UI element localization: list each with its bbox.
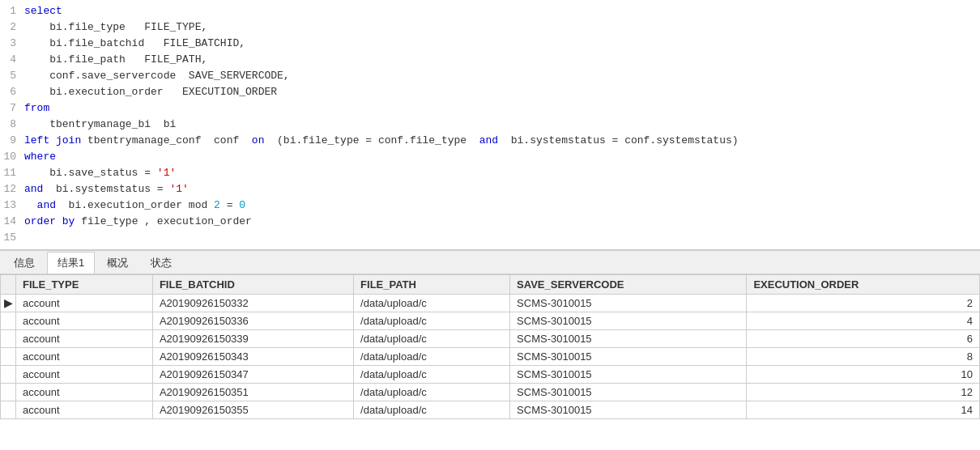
code-line: 10where [0,149,980,165]
column-header-indicator [1,275,16,295]
line-number: 2 [0,19,24,36]
table-row[interactable]: accountA20190926150355/data/upload/cSCMS… [1,401,980,419]
table-cell: account [16,295,153,312]
table-cell: /data/upload/c [354,330,510,348]
line-content: bi.save_status = '1' [24,165,176,181]
line-content: from [24,100,49,117]
cell-execution-order: 2 [747,295,980,312]
table-cell: A20190926150351 [152,384,353,401]
table-cell: SCMS-3010015 [510,348,747,366]
line-content: bi.execution_order EXECUTION_ORDER [24,84,277,100]
code-line: 1select [0,3,980,19]
code-line: 9left join tbentrymanage_conf conf on (b… [0,133,980,149]
table-cell: account [16,366,153,384]
row-indicator [1,312,16,330]
cell-execution-order: 12 [747,384,980,401]
line-number: 13 [0,197,24,214]
cell-execution-order: 14 [747,401,980,419]
table-row[interactable]: accountA20190926150339/data/upload/cSCMS… [1,330,980,348]
line-number: 8 [0,117,24,133]
code-line: 3 bi.file_batchid FILE_BATCHID, [0,36,980,52]
table-cell: /data/upload/c [354,384,510,401]
line-number: 1 [0,3,24,19]
tabs-bar: 信息结果1概况状态 [0,250,980,274]
table-cell: /data/upload/c [354,348,510,366]
line-content: order by file_type , execution_order [24,214,252,230]
tab-信息[interactable]: 信息 [3,252,45,274]
line-content: tbentrymanage_bi bi [24,117,176,133]
editor-area: 1select2 bi.file_type FILE_TYPE,3 bi.fil… [0,0,980,250]
table-cell: account [16,348,153,366]
code-line: 14order by file_type , execution_order [0,214,980,230]
code-line: 13 and bi.execution_order mod 2 = 0 [0,197,980,214]
line-number: 6 [0,84,24,100]
table-cell: account [16,401,153,419]
results-area: FILE_TYPEFILE_BATCHIDFILE_PATHSAVE_SERVE… [0,274,980,419]
table-cell: SCMS-3010015 [510,295,747,312]
table-cell: A20190926150343 [152,348,353,366]
row-indicator: ▶ [1,295,16,312]
table-row[interactable]: accountA20190926150351/data/upload/cSCMS… [1,384,980,401]
code-line: 12and bi.systemstatus = '1' [0,181,980,197]
table-cell: A20190926150355 [152,401,353,419]
table-row[interactable]: accountA20190926150343/data/upload/cSCMS… [1,348,980,366]
results-table: FILE_TYPEFILE_BATCHIDFILE_PATHSAVE_SERVE… [0,274,980,419]
line-number: 9 [0,133,24,149]
table-cell: A20190926150336 [152,312,353,330]
cell-execution-order: 10 [747,366,980,384]
table-cell: /data/upload/c [354,401,510,419]
code-line: 2 bi.file_type FILE_TYPE, [0,19,980,36]
table-cell: /data/upload/c [354,295,510,312]
code-line: 4 bi.file_path FILE_PATH, [0,52,980,68]
table-cell: A20190926150339 [152,330,353,348]
code-block: 1select2 bi.file_type FILE_TYPE,3 bi.fil… [0,0,980,249]
line-number: 10 [0,149,24,165]
line-number: 15 [0,230,24,246]
row-indicator [1,330,16,348]
line-content: and bi.execution_order mod 2 = 0 [24,197,245,214]
tab-概况[interactable]: 概况 [96,252,138,274]
table-row[interactable]: accountA20190926150347/data/upload/cSCMS… [1,366,980,384]
row-indicator [1,348,16,366]
table-cell: SCMS-3010015 [510,312,747,330]
tab-结果1[interactable]: 结果1 [47,252,95,274]
line-number: 14 [0,214,24,230]
line-number: 7 [0,100,24,117]
line-content: bi.file_type FILE_TYPE, [24,19,207,36]
line-number: 5 [0,68,24,84]
line-content: select [24,3,62,19]
line-content: where [24,149,56,165]
cell-execution-order: 6 [747,330,980,348]
table-row[interactable]: ▶accountA20190926150332/data/upload/cSCM… [1,295,980,312]
line-number: 3 [0,36,24,52]
table-cell: SCMS-3010015 [510,366,747,384]
code-line: 8 tbentrymanage_bi bi [0,117,980,133]
tab-状态[interactable]: 状态 [140,252,182,274]
code-line: 11 bi.save_status = '1' [0,165,980,181]
column-header-FILE_BATCHID: FILE_BATCHID [152,275,353,295]
line-number: 4 [0,52,24,68]
line-content: left join tbentrymanage_conf conf on (bi… [24,133,739,149]
code-line: 6 bi.execution_order EXECUTION_ORDER [0,84,980,100]
table-row[interactable]: accountA20190926150336/data/upload/cSCMS… [1,312,980,330]
cell-execution-order: 4 [747,312,980,330]
table-cell: /data/upload/c [354,366,510,384]
column-header-FILE_PATH: FILE_PATH [354,275,510,295]
column-header-FILE_TYPE: FILE_TYPE [16,275,153,295]
line-content: conf.save_servercode SAVE_SERVERCODE, [24,68,290,84]
table-cell: A20190926150347 [152,366,353,384]
line-number: 12 [0,181,24,197]
line-content: bi.file_path FILE_PATH, [24,52,207,68]
row-indicator [1,384,16,401]
code-line: 7from [0,100,980,117]
line-content: bi.file_batchid FILE_BATCHID, [24,36,245,52]
row-indicator [1,366,16,384]
table-cell: account [16,384,153,401]
code-line: 15 [0,230,980,246]
table-cell: /data/upload/c [354,312,510,330]
table-cell: SCMS-3010015 [510,330,747,348]
code-line: 5 conf.save_servercode SAVE_SERVERCODE, [0,68,980,84]
table-cell: SCMS-3010015 [510,401,747,419]
table-cell: account [16,312,153,330]
column-header-EXECUTION_ORDER: EXECUTION_ORDER [747,275,980,295]
